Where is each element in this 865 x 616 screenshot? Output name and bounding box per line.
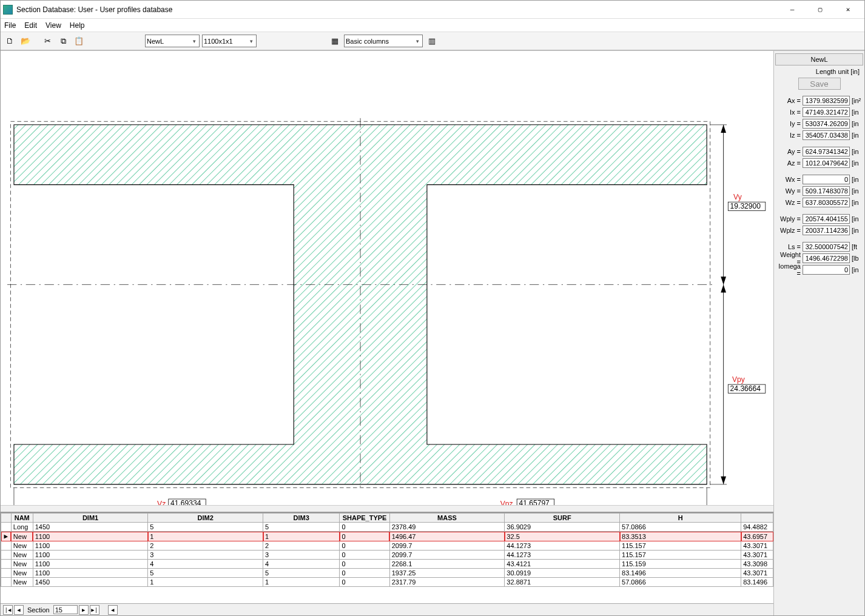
property-row: Iz =[in	[775, 129, 863, 141]
property-unit: [lb	[852, 255, 861, 262]
svg-marker-22	[721, 284, 726, 292]
property-row: Ay =[in	[775, 146, 863, 157]
table-header[interactable]	[741, 514, 773, 523]
open-icon[interactable]: 📂	[19, 35, 32, 48]
property-input[interactable]	[803, 175, 850, 184]
section-size-combo[interactable]: 1100x1x1▾	[202, 35, 257, 47]
menu-file[interactable]: File	[4, 21, 16, 30]
table-header[interactable]: DIM2	[148, 514, 263, 523]
toolbar: 🗋 📂 ✂ ⧉ 📋 NewL▾ 1100x1x1▾ ▦ Basic column…	[1, 32, 864, 50]
property-row: Iomega =[in	[775, 264, 863, 275]
new-icon[interactable]: 🗋	[3, 35, 16, 48]
table-row[interactable]: New11005501937.2530.091983.149643.3071	[1, 569, 773, 578]
property-label: Iomega =	[775, 263, 801, 277]
property-row: Ax =[in²	[775, 95, 863, 106]
property-unit: [in²	[852, 97, 861, 104]
property-row: Wz =[in	[775, 196, 863, 208]
property-input[interactable]	[803, 147, 850, 156]
property-label: Iy =	[775, 120, 801, 127]
table-row[interactable]: New11003302099.744.1273115.15743.3071	[1, 551, 773, 560]
property-unit: [ft	[852, 243, 861, 250]
table-row[interactable]: New11002202099.744.1273115.15743.3071	[1, 541, 773, 551]
table-row[interactable]: Long14505502378.4936.902957.086694.4882	[1, 523, 773, 532]
property-unit: [in	[852, 109, 861, 116]
svg-text:19.32900: 19.32900	[730, 202, 761, 210]
table-header[interactable]: DIM3	[263, 514, 340, 523]
table-header[interactable]: SHAPE_TYPE	[340, 514, 389, 523]
copy-icon[interactable]: ⧉	[56, 35, 70, 48]
nav-next[interactable]: ▶	[79, 605, 89, 615]
svg-text:41.65797: 41.65797	[519, 499, 550, 505]
svg-text:Vpz: Vpz	[500, 500, 513, 505]
property-unit: [in	[852, 159, 861, 167]
menu-view[interactable]: View	[45, 21, 61, 30]
property-unit: [in	[852, 227, 861, 234]
property-row: Ix =[in	[775, 106, 863, 118]
property-unit: [in	[852, 266, 861, 273]
svg-text:Vpy: Vpy	[732, 375, 746, 384]
table-header[interactable]: NAM	[11, 514, 33, 523]
property-input[interactable]	[803, 96, 850, 105]
table-header[interactable]: MASS	[389, 514, 505, 523]
property-input[interactable]	[803, 158, 850, 168]
property-input[interactable]	[803, 242, 850, 252]
table-row[interactable]: New11004402268.143.4121115.15943.3098	[1, 560, 773, 569]
nav-first[interactable]: |◀	[3, 605, 13, 615]
nav-record-input[interactable]	[53, 605, 78, 614]
property-row: Wx =[in	[775, 173, 863, 185]
property-input[interactable]	[803, 198, 850, 207]
app-icon	[3, 5, 13, 15]
minimize-button[interactable]: —	[778, 1, 806, 18]
cut-icon[interactable]: ✂	[41, 35, 54, 48]
property-label: Wz =	[775, 199, 801, 206]
svg-marker-21	[721, 276, 726, 284]
property-unit: [in	[852, 132, 861, 139]
table-header[interactable]: SURF	[505, 514, 620, 523]
nav-prev[interactable]: ◀	[14, 605, 24, 615]
property-input[interactable]	[803, 119, 850, 129]
property-input[interactable]	[803, 214, 850, 224]
svg-text:41.69334: 41.69334	[170, 499, 201, 505]
property-input[interactable]	[803, 253, 850, 263]
sections-table[interactable]: NAMDIM1DIM2DIM3SHAPE_TYPEMASSSURFH Long1…	[1, 513, 773, 587]
properties-panel: NewL Length unit [in] Save Ax =[in²Ix =[…	[773, 51, 864, 615]
property-unit: [in	[852, 215, 861, 223]
menubar: File Edit View Help	[1, 19, 864, 32]
grid-icon[interactable]: ▦	[328, 35, 342, 48]
property-label: Ax =	[775, 97, 801, 104]
drawing-hscroll[interactable]	[1, 505, 773, 512]
svg-text:24.36664: 24.36664	[730, 384, 761, 393]
table-row[interactable]: ▶New11001101496.4732.583.351343.6957	[1, 532, 773, 541]
table-options-icon[interactable]: ▥	[425, 35, 439, 48]
menu-help[interactable]: Help	[70, 21, 85, 30]
property-label: Ix =	[775, 109, 801, 116]
property-label: Wply =	[775, 215, 801, 223]
property-row: Iy =[in	[775, 118, 863, 129]
property-label: Wplz =	[775, 227, 801, 234]
close-button[interactable]: ✕	[834, 1, 862, 18]
paste-icon[interactable]: 📋	[72, 35, 86, 48]
nav-hscroll-left[interactable]: ◀	[108, 605, 118, 615]
svg-marker-23	[721, 477, 726, 484]
property-input[interactable]	[803, 107, 850, 117]
props-header: NewL	[775, 53, 863, 65]
property-input[interactable]	[803, 265, 850, 275]
table-row[interactable]: New14501102317.7932.887157.086683.1496	[1, 578, 773, 587]
property-unit: [in	[852, 120, 861, 127]
property-input[interactable]	[803, 130, 850, 140]
column-set-combo[interactable]: Basic columns▾	[344, 35, 423, 47]
property-input[interactable]	[803, 226, 850, 235]
length-unit-label: Length unit [in]	[775, 67, 863, 76]
svg-marker-20	[721, 125, 726, 133]
menu-edit[interactable]: Edit	[24, 21, 37, 30]
save-button[interactable]: Save	[798, 78, 841, 90]
table-header[interactable]: DIM1	[33, 514, 148, 523]
table-header[interactable]	[1, 514, 12, 523]
nav-last[interactable]: ▶|	[90, 605, 99, 615]
section-drawing: Vz 41.69334 Vpz 41.65797 Vy	[1, 51, 773, 505]
table-header[interactable]: H	[620, 514, 741, 523]
property-input[interactable]	[803, 186, 850, 196]
section-name-combo[interactable]: NewL▾	[145, 35, 200, 47]
maximize-button[interactable]: ▢	[806, 1, 834, 18]
property-unit: [in	[852, 187, 861, 195]
